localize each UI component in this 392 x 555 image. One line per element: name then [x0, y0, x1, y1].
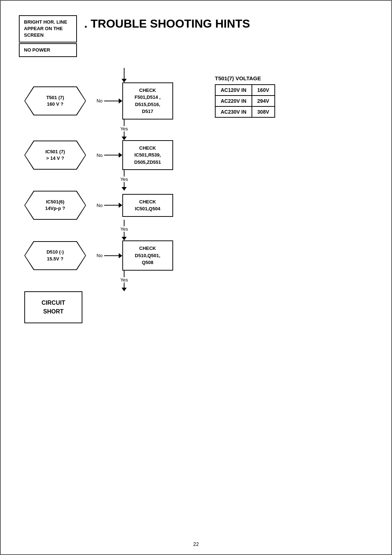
node3-check-box: CHECK IC501,Q504	[122, 194, 173, 217]
content-area: T501 (7) 160 V ? No CHECK F501,D514 ,D51…	[19, 68, 373, 323]
node4-no-label: No	[97, 253, 103, 258]
vline-2b	[124, 182, 124, 187]
node4-main: D510 (-) 15.5V ?	[19, 241, 91, 270]
node1-check-title: CHECK	[139, 88, 156, 93]
node3-no-label: No	[97, 203, 103, 208]
node3-hexagon: IC501(6) 14Vp-p ?	[24, 191, 86, 220]
voltage-row2-value: 294V	[252, 96, 275, 106]
yes-label-4: Yes	[120, 277, 128, 283]
yes-label-2: Yes	[120, 177, 128, 182]
node2-arrow-right	[119, 153, 122, 158]
node4-label2: 15.5V ?	[47, 256, 64, 262]
node2-no-label: No	[97, 153, 103, 158]
page-title: . TROUBLE SHOOTING HINTS	[84, 15, 250, 31]
vline-4a	[124, 271, 124, 277]
node2-check-items: IC501,R539,D505,ZD551	[134, 152, 161, 165]
node4-row: D510 (-) 15.5V ? No CHECK D510,Q501,Q508	[19, 240, 193, 271]
vline-1a	[124, 119, 124, 126]
header-box1-line2: APPEAR ON THE	[24, 26, 63, 31]
node2-check-title: CHECK	[139, 145, 156, 151]
flowchart: T501 (7) 160 V ? No CHECK F501,D514 ,D51…	[19, 68, 193, 323]
terminal-box: CIRCUIT SHORT	[24, 291, 82, 323]
page-number: 22	[193, 541, 199, 547]
voltage-table-title: T501(7) VOLTAGE	[215, 75, 275, 81]
header-box1-line1: BRIGHT HOR. LINE	[24, 19, 67, 25]
node2-label2: > 14 V ?	[46, 155, 64, 162]
page: BRIGHT HOR. LINE APPEAR ON THE SCREEN NO…	[0, 0, 392, 555]
node2-row: IC501 (7) > 14 V ? No CHECK IC501,R539,D…	[19, 140, 193, 170]
arrow-down-1	[122, 79, 127, 82]
voltage-table-area: T501(7) VOLTAGE AC120V IN 160V AC220V IN…	[215, 75, 275, 118]
node4-check-box: CHECK D510,Q501,Q508	[122, 240, 173, 271]
voltage-row3-value: 308V	[252, 106, 275, 117]
node3-hex-inner: IC501(6) 14Vp-p ?	[25, 191, 85, 219]
node1-row: T501 (7) 160 V ? No CHECK F501,D514 ,D51…	[19, 82, 193, 119]
voltage-row1-input: AC120V IN	[215, 85, 252, 96]
arrow-down-5	[122, 288, 127, 291]
node4-label1: D510 (-)	[46, 249, 64, 255]
table-row: AC220V IN 294V	[215, 96, 275, 106]
node1-hline	[104, 101, 119, 101]
node2-label1: IC501 (7)	[45, 149, 65, 155]
node3-label2: 14Vp-p ?	[45, 205, 65, 212]
node2-hline	[104, 155, 119, 155]
node1-main: T501 (7) 160 V ?	[19, 86, 91, 116]
node3-check-items: IC501,Q504	[135, 206, 160, 211]
vline-3b	[124, 232, 124, 237]
short-label: SHORT	[43, 308, 64, 315]
node4-check-items: D510,Q501,Q508	[135, 253, 160, 266]
node4-hline	[104, 255, 119, 256]
arrow-down-2	[122, 137, 127, 140]
node1-branch: No CHECK F501,D514 ,D515,D516,D517	[95, 82, 173, 119]
header: BRIGHT HOR. LINE APPEAR ON THE SCREEN NO…	[19, 15, 373, 57]
vline-4b	[124, 283, 124, 288]
voltage-row1-value: 160V	[252, 85, 275, 96]
node1-no-label: No	[97, 98, 103, 104]
circuit-label: CIRCUIT	[42, 300, 65, 306]
header-box2: NO POWER	[19, 43, 77, 57]
table-row: AC230V IN 308V	[215, 106, 275, 117]
node3-check-title: CHECK	[139, 199, 156, 204]
table-row: AC120V IN 160V	[215, 85, 275, 96]
node3-arrow-right	[119, 203, 122, 208]
terminal-row: CIRCUIT SHORT	[24, 291, 193, 323]
node4-hexagon: D510 (-) 15.5V ?	[24, 241, 86, 270]
arrow-down-3	[122, 187, 127, 191]
node2-check-box: CHECK IC501,R539,D505,ZD551	[122, 140, 173, 170]
node1-hexagon: T501 (7) 160 V ?	[24, 86, 86, 116]
node1-check-items: F501,D514 ,D515,D516,D517	[135, 94, 161, 114]
node1-hex-inner: T501 (7) 160 V ?	[25, 87, 85, 115]
no-power-label: NO POWER	[24, 47, 50, 53]
node2-hexagon: IC501 (7) > 14 V ?	[24, 141, 86, 170]
node3-branch: No CHECK IC501,Q504	[95, 194, 173, 217]
node3-main: IC501(6) 14Vp-p ?	[19, 191, 91, 220]
node3-row: IC501(6) 14Vp-p ? No CHECK IC501,Q504	[19, 191, 193, 220]
node2-hex-inner: IC501 (7) > 14 V ?	[25, 141, 85, 169]
vline-1b	[124, 131, 124, 137]
voltage-table: AC120V IN 160V AC220V IN 294V AC230V IN …	[215, 84, 275, 118]
node3-hline	[104, 205, 119, 206]
header-box1: BRIGHT HOR. LINE APPEAR ON THE SCREEN	[19, 15, 77, 42]
node4-hex-inner: D510 (-) 15.5V ?	[25, 242, 85, 270]
header-box1-line3: SCREEN	[24, 32, 44, 38]
node1-label2: 160 V ?	[47, 101, 64, 108]
node4-branch: No CHECK D510,Q501,Q508	[95, 240, 173, 271]
voltage-row3-input: AC230V IN	[215, 106, 252, 117]
connector-line-top	[124, 68, 124, 79]
node4-check-title: CHECK	[139, 246, 156, 251]
node1-label1: T501 (7)	[46, 94, 64, 101]
yes-label-1: Yes	[120, 126, 128, 131]
node2-branch: No CHECK IC501,R539,D505,ZD551	[95, 140, 173, 170]
node4-arrow-right	[119, 253, 122, 258]
yes-label-3: Yes	[120, 226, 128, 232]
node1-arrow-right	[119, 98, 122, 104]
vline-3a	[124, 220, 124, 226]
node2-main: IC501 (7) > 14 V ?	[19, 141, 91, 170]
vline-2a	[124, 170, 124, 177]
voltage-row2-input: AC220V IN	[215, 96, 252, 106]
node1-check-box: CHECK F501,D514 ,D515,D516,D517	[122, 82, 173, 119]
arrow-down-4	[122, 237, 127, 240]
node3-label1: IC501(6)	[46, 199, 65, 205]
